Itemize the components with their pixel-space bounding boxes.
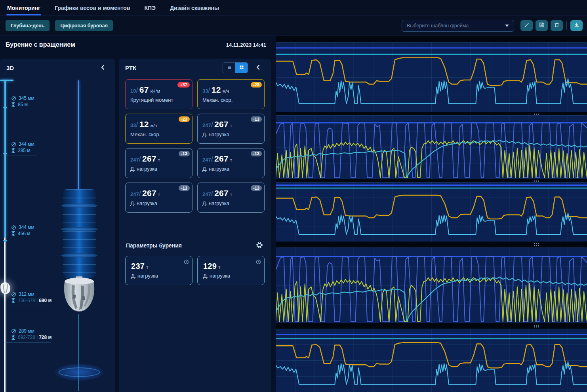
series-pulse-blue (276, 123, 587, 177)
chart-strip-1[interactable] (276, 42, 587, 112)
card-label: Д. нагрузка (202, 166, 260, 172)
segment-diameter: 344 мм (19, 141, 34, 147)
list-icon (227, 64, 232, 71)
unit: т (230, 192, 232, 197)
download-icon (574, 22, 579, 29)
openhole-track (4, 238, 6, 392)
toolbar-divider (566, 21, 567, 30)
setpoint-value: 33 (130, 122, 136, 128)
series-pulse-blue (276, 257, 587, 322)
casing-shoe-marker (3, 240, 8, 243)
deviation-badge: +57 (177, 82, 190, 88)
edit-button[interactable] (520, 20, 533, 31)
unit: т (230, 123, 232, 128)
tab-weights-moments[interactable]: Графики весов и моментов (54, 0, 131, 15)
setpoint-value: 247 (202, 122, 211, 128)
rtk-view-toggle (223, 62, 248, 73)
download-button[interactable] (570, 20, 583, 31)
setpoint-value: 247 (130, 157, 139, 163)
drill-string-3d (63, 189, 96, 278)
timestamp: 14.11.2023 14:41 (226, 42, 266, 48)
chart-strip-4[interactable] (276, 247, 587, 323)
pipe-joint (61, 227, 98, 231)
drill-bit-3d (59, 276, 99, 315)
page-title: Бурение с вращением (6, 41, 75, 48)
series-torque-orange (276, 58, 587, 86)
param-card[interactable]: 129тД. нагрузка (197, 256, 265, 285)
segment-interval: 692-728 (18, 335, 35, 340)
page-head: Бурение с вращением 14.11.2023 14:41 (0, 41, 272, 48)
strip-drag-handle[interactable] (534, 243, 539, 246)
strip-drag-handle[interactable] (534, 324, 539, 328)
param-value: 129 (203, 262, 217, 271)
tab-monitoring[interactable]: Мониторинг (6, 0, 41, 15)
setpoint-value: 10 (130, 88, 136, 94)
segment-diameter: 344 мм (19, 224, 34, 230)
rtk-card[interactable]: -13247/267тД. нагрузка (125, 183, 192, 213)
floppy-icon (539, 22, 545, 29)
segment-diameter: 312 мм (19, 291, 34, 297)
chevron-left-icon (100, 65, 106, 72)
delete-button[interactable] (551, 20, 563, 31)
bit-depth-marker (0, 282, 11, 295)
unit: т (230, 158, 232, 162)
actual-value: 267 (142, 188, 156, 198)
card-label: Д. нагрузка (130, 200, 188, 206)
deviation-badge: -13 (179, 185, 190, 191)
toolbar: Глубина-день Цифровая буровая Выберите ш… (0, 16, 587, 36)
well-segment-label: 345 мм85 м (11, 95, 34, 108)
save-button[interactable] (536, 20, 548, 31)
unit: т (158, 192, 160, 197)
rtk-card[interactable]: +5710/67кН*мКрутящий момент (125, 79, 192, 109)
card-label: Механ. скор. (202, 97, 260, 103)
grid-icon (239, 64, 244, 71)
rtk-card[interactable]: -13247/267тД. нагрузка (197, 183, 265, 213)
deviation-badge: -13 (251, 185, 262, 191)
rtk-card[interactable]: -2333/12м/чМехан. скор. (197, 79, 265, 109)
settings-button[interactable] (256, 242, 263, 249)
rtk-header: РТК (119, 59, 271, 76)
wellhead-cap (0, 80, 13, 81)
chart-strip-2[interactable] (276, 115, 587, 179)
pencil-icon (524, 22, 530, 29)
rtk-card[interactable]: -2333/12м/чМехан. скор. (125, 114, 192, 144)
list-view-button[interactable] (223, 63, 235, 73)
unit: т (158, 158, 160, 162)
collapse-rtk-button[interactable] (255, 64, 261, 70)
deviation-badge: -13 (179, 151, 190, 156)
rtk-card[interactable]: -13247/267тД. нагрузка (197, 114, 265, 144)
well-3d-header: 3D (0, 59, 115, 76)
segment-depth: 456 м (18, 230, 30, 237)
setpoint-value: 247 (202, 191, 211, 197)
digital-rig-button[interactable]: Цифровая буровая (55, 20, 113, 31)
pipe-joint (61, 253, 98, 257)
clock-icon (184, 259, 189, 266)
tab-well-design[interactable]: Дизайн скважины (169, 0, 220, 15)
card-label: Крутящий момент (130, 97, 188, 103)
collapse-3d-button[interactable] (100, 64, 106, 70)
well-3d-title: 3D (6, 65, 14, 71)
actual-value: 67 (139, 85, 149, 95)
chart-strip-5[interactable] (276, 329, 587, 392)
rtk-card[interactable]: -13247/267тД. нагрузка (197, 148, 265, 178)
unit: т (218, 265, 220, 270)
segment-diameter: 289 мм (19, 328, 34, 334)
frame-template-select[interactable]: Выберите шаблон фрейма (402, 20, 514, 32)
rtk-card[interactable]: -13247/267тД. нагрузка (125, 148, 192, 178)
actual-value: 12 (139, 120, 149, 129)
chevron-down-icon (505, 25, 509, 27)
unit: т (146, 265, 148, 270)
param-card[interactable]: 237тД. нагрузка (125, 256, 192, 285)
setpoint-value: 247 (130, 191, 139, 197)
card-label: Механ. скор. (130, 131, 188, 137)
well-3d-panel: 3D 345 мм85 м344 мм285 м344 мм456 м312 м… (0, 59, 115, 392)
series-torque-orange (276, 195, 587, 219)
actual-value: 12 (212, 85, 221, 95)
card-label: Д. нагрузка (203, 273, 260, 279)
unit: м/ч (223, 89, 229, 93)
segment-depth: 728 м (39, 335, 51, 340)
tab-kpi[interactable]: КПЭ (143, 0, 156, 15)
chart-strip-3[interactable] (276, 182, 587, 242)
grid-view-button[interactable] (235, 63, 248, 73)
depth-day-button[interactable]: Глубина-день (6, 20, 50, 31)
